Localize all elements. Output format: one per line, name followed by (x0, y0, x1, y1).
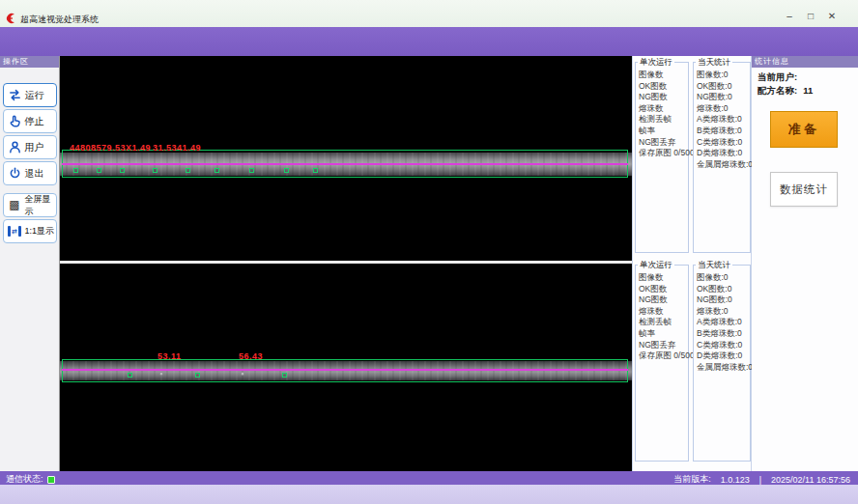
today-stats-group-top: 当天统计 图像数:0 OK图数:0 NG图数:0 熔珠数:0 A类熔珠数:0 B… (693, 62, 751, 253)
defect-marker (128, 373, 132, 378)
fullscreen-grid-icon: ▩ (8, 198, 22, 212)
stat-row: NG图数:0 (697, 294, 750, 306)
stop-button[interactable]: 停止 (3, 109, 57, 133)
stat-row: 熔珠数:0 (697, 306, 750, 318)
stop-button-label: 停止 (25, 115, 44, 128)
stat-row: C类熔珠数:0 (697, 137, 750, 149)
single-run-rows: 图像数 OK图数 NG图数 熔珠数 检测丢帧 帧率 NG图丢弃 保存原图 0/5… (636, 63, 688, 159)
defect-marker (120, 168, 125, 173)
stat-row: 检测丢帧 (639, 114, 688, 126)
recipe-name-value: 11 (803, 85, 813, 96)
one-to-one-button-label: 1:1显示 (25, 225, 55, 238)
measurement-annotation: 44808579.53X1.49 (70, 143, 151, 153)
single-run-title: 单次运行 (638, 260, 674, 271)
datetime-value: 2025/02/11 16:57:56 (771, 475, 850, 485)
taskbar (0, 485, 858, 504)
close-icon[interactable]: ✕ (823, 9, 841, 23)
measurement-annotation: 31.5341.49 (153, 143, 201, 153)
today-stats-rows: 图像数:0 OK图数:0 NG图数:0 熔珠数:0 A类熔珠数:0 B类熔珠数:… (694, 63, 750, 170)
stat-row: 金属屑熔珠数:0 (697, 159, 750, 171)
stat-row: OK图数 (639, 284, 688, 295)
window-titlebar: 超高速视觉处理系统 – □ ✕ (0, 0, 858, 27)
user-button-label: 用户 (25, 141, 44, 154)
stat-row: 熔珠数 (639, 103, 688, 115)
one-to-one-button[interactable]: ⇄ 1:1显示 (3, 219, 57, 243)
prepare-button[interactable]: 准备 (770, 111, 838, 148)
camera-viewports: 44808579.53X1.49 31.5341.49 53.11 56.43 (60, 56, 632, 471)
stat-row: OK图数:0 (697, 284, 750, 295)
stat-row: C类熔珠数:0 (697, 340, 750, 351)
defect-marker (284, 168, 289, 173)
stat-row: 图像数 (639, 70, 688, 81)
camera-divider (60, 261, 632, 264)
stat-row: 图像数:0 (697, 272, 750, 284)
stat-row: OK图数 (639, 81, 688, 93)
stat-row: 保存原图 0/500 (639, 350, 688, 362)
statistics-info-panel: 统计信息 当前用户: 配方名称:11 准备 数据统计 (752, 56, 858, 471)
user-icon (8, 140, 22, 154)
run-button-label: 运行 (25, 89, 44, 102)
current-user-label: 当前用户: (758, 71, 797, 82)
run-button[interactable]: 运行 (3, 83, 57, 107)
stat-row: 熔珠数:0 (697, 103, 750, 115)
defect-marker (186, 168, 190, 173)
stat-row: 金属屑熔珠数:0 (697, 362, 750, 374)
maximize-icon[interactable]: □ (802, 9, 819, 23)
today-stats-group-bottom: 当天统计 图像数:0 OK图数:0 NG图数:0 熔珠数:0 A类熔珠数:0 B… (693, 265, 751, 462)
stat-row: NG图丢弃 (639, 340, 688, 351)
app-icon (5, 13, 16, 24)
power-icon (8, 166, 22, 181)
stat-row: 帧率 (639, 126, 688, 137)
stat-row: NG图数 (639, 294, 688, 306)
defect-marker (97, 168, 101, 173)
stat-row: A类熔珠数:0 (697, 317, 750, 328)
single-run-group-bottom: 单次运行 图像数 OK图数 NG图数 熔珠数 检测丢帧 帧率 NG图丢弃 保存原… (635, 265, 689, 462)
stat-row: D类熔珠数:0 (697, 148, 750, 159)
defect-marker (282, 373, 287, 378)
app-header: 超高速 IVision视觉处理系统 熔珠端面检测 配方 设置 外侧相机 内侧相机… (0, 27, 858, 56)
exit-button[interactable]: 退出 (3, 161, 57, 185)
stat-row: B类熔珠数:0 (697, 328, 750, 340)
stat-row: 检测丢帧 (639, 317, 688, 328)
single-run-group-top: 单次运行 图像数 OK图数 NG图数 熔珠数 检测丢帧 帧率 NG图丢弃 保存原… (635, 62, 689, 253)
defect-marker (313, 168, 318, 173)
stat-row: 图像数:0 (697, 70, 750, 81)
today-stats-title: 当天统计 (696, 57, 732, 69)
stat-row: D类熔珠数:0 (697, 350, 750, 362)
data-statistics-button[interactable]: 数据统计 (770, 172, 838, 207)
user-button[interactable]: 用户 (3, 135, 57, 159)
stat-row: OK图数:0 (697, 81, 750, 93)
today-stats-title: 当天统计 (696, 260, 732, 271)
one-to-one-icon: ⇄ (8, 224, 22, 238)
status-separator: | (759, 475, 761, 485)
single-run-title: 单次运行 (638, 57, 674, 69)
measurement-annotation: 56.43 (239, 351, 263, 361)
version-value: 1.0.123 (721, 475, 750, 485)
run-icon (8, 88, 22, 102)
measurement-annotation: 53.11 (157, 351, 182, 361)
stat-row: B类熔珠数:0 (697, 126, 750, 137)
operation-sidebar: 操作区 运行 停止 用户 退出 ▩ 全屏显示 ⇄ (0, 56, 60, 471)
defect-marker (214, 168, 219, 173)
stat-row: 图像数 (639, 272, 688, 284)
window-title: 超高速视觉处理系统 (20, 14, 99, 26)
app-window: 超高速视觉处理系统 – □ ✕ 超高速 IVision视觉处理系统 熔珠端面检测… (0, 0, 858, 504)
minimize-icon[interactable]: – (781, 9, 798, 23)
defect-marker (153, 168, 157, 173)
today-stats-rows: 图像数:0 OK图数:0 NG图数:0 熔珠数:0 A类熔珠数:0 B类熔珠数:… (694, 266, 750, 373)
defect-marker (159, 372, 163, 376)
stat-row: NG图数 (639, 92, 688, 103)
single-run-rows: 图像数 OK图数 NG图数 熔珠数 检测丢帧 帧率 NG图丢弃 保存原图 0/5… (636, 266, 688, 362)
defect-marker (73, 168, 78, 173)
info-panel-title: 统计信息 (752, 56, 858, 68)
defect-marker (249, 168, 254, 173)
exit-button-label: 退出 (25, 167, 44, 181)
comm-status-indicator (47, 476, 55, 484)
stat-row: NG图数:0 (697, 92, 750, 103)
stat-row: A类熔珠数:0 (697, 114, 750, 126)
status-bar: 通信状态: 当前版本: 1.0.123 | 2025/02/11 16:57:5… (0, 471, 858, 485)
stat-row: NG图丢弃 (639, 137, 688, 149)
defect-marker (195, 373, 200, 378)
fullscreen-button[interactable]: ▩ 全屏显示 (3, 193, 57, 217)
roi-box-bottom (62, 359, 628, 382)
